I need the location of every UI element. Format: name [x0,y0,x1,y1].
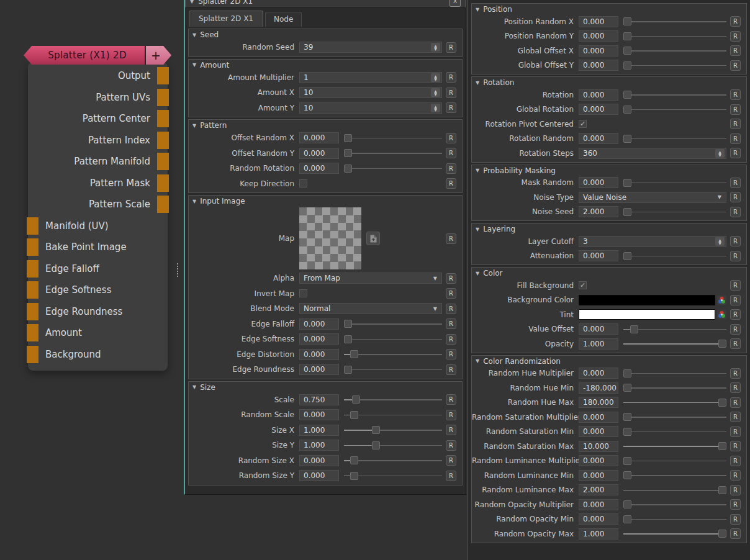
reset-button[interactable]: R [730,207,741,217]
slider[interactable] [623,457,726,465]
reset-button[interactable]: R [730,397,741,408]
reset-button[interactable]: R [446,88,456,98]
section-header[interactable]: ▼Rotation [472,77,746,88]
slider-thumb[interactable] [352,395,360,404]
slider-thumb[interactable] [718,442,726,450]
value-field[interactable]: 10.000 [579,441,618,452]
reset-button[interactable]: R [730,295,741,305]
slider-thumb[interactable] [623,413,631,421]
checkbox[interactable] [299,179,307,187]
slider-thumb[interactable] [623,384,631,392]
slider-thumb[interactable] [350,411,358,419]
section-header[interactable]: ▼Color Randomization [472,356,746,366]
reset-button[interactable]: R [446,394,456,405]
reset-button[interactable]: R [730,412,741,422]
value-field[interactable]: 1.000 [579,338,618,350]
node-header[interactable]: Splatter (X1) 2D + [24,46,171,65]
slider-thumb[interactable] [718,399,726,407]
slider-thumb[interactable] [623,135,631,143]
close-button[interactable]: X [450,0,461,7]
slider-thumb[interactable] [344,165,352,173]
reset-button[interactable]: R [730,89,741,100]
reset-button[interactable]: R [730,309,741,320]
checkbox[interactable]: ✓ [579,120,587,128]
reset-button[interactable]: R [730,456,741,466]
output-port-socket[interactable] [157,67,169,84]
slider-thumb[interactable] [623,17,631,25]
value-field[interactable]: 1.000 [299,440,339,451]
slider[interactable] [623,515,726,523]
reset-button[interactable]: R [730,236,741,246]
value-field[interactable]: 0.000 [299,333,339,345]
value-field[interactable]: 0.000 [579,499,618,510]
reset-button[interactable]: R [730,485,741,495]
value-field[interactable]: 0.000 [579,133,618,144]
slider[interactable] [344,134,442,142]
reset-button[interactable]: R [730,178,741,188]
slider-thumb[interactable] [718,486,726,494]
slider-thumb[interactable] [350,350,358,358]
reset-button[interactable]: R [730,119,741,129]
input-port-socket[interactable] [27,346,38,363]
value-field[interactable]: 0.000 [579,30,618,42]
section-header[interactable]: ▼Input Image [189,196,462,206]
reset-button[interactable]: R [730,427,741,437]
slider-thumb[interactable] [372,426,380,434]
value-field[interactable]: 0.000 [579,60,618,71]
reset-button[interactable]: R [730,514,741,525]
color-swatch[interactable] [579,309,715,320]
value-field[interactable]: 0.000 [579,513,618,525]
reset-button[interactable]: R [446,425,456,435]
reset-button[interactable]: R [730,441,741,451]
value-field[interactable]: 0.000 [299,132,339,143]
slider[interactable] [623,384,726,392]
slider[interactable] [344,320,442,328]
tab-splatter-2d-x1[interactable]: Splatter 2D X1 [189,11,263,27]
output-port-socket[interactable] [157,110,169,127]
value-field[interactable]: 0.000 [299,455,339,466]
panel-header-bar[interactable]: ▼ Splatter 2D X1 X [185,0,466,8]
value-field[interactable]: 0.000 [579,426,618,437]
value-field[interactable]: 0.000 [579,470,618,481]
reset-button[interactable]: R [446,471,456,481]
output-port-socket[interactable] [157,196,169,213]
slider[interactable] [623,252,726,260]
value-field[interactable]: 180.000 [579,397,618,408]
reset-button[interactable]: R [446,102,456,113]
input-port-socket[interactable] [27,281,38,299]
slider[interactable] [344,165,442,173]
reset-button[interactable]: R [446,455,456,466]
panel-header[interactable]: ▼ Splatter 2D X1 X [185,0,466,8]
reset-button[interactable]: R [730,251,741,261]
spinner-down-icon[interactable]: ▼ [718,242,721,245]
slider-thumb[interactable] [630,325,638,333]
load-image-button[interactable] [366,232,380,245]
slider-thumb[interactable] [718,530,726,538]
reset-button[interactable]: R [446,410,456,420]
slider[interactable] [623,208,726,216]
slider[interactable] [623,369,726,377]
slider[interactable] [344,456,442,464]
slider[interactable] [344,411,442,419]
slider-thumb[interactable] [623,252,631,260]
reset-button[interactable]: R [446,349,456,359]
value-field[interactable]: 0.000 [299,409,339,420]
slider-thumb[interactable] [350,456,358,464]
slider-thumb[interactable] [344,320,352,328]
output-port-socket[interactable] [157,132,169,149]
reset-button[interactable]: R [730,338,741,349]
slider[interactable] [344,472,442,480]
input-port-socket[interactable] [27,217,38,235]
slider[interactable] [623,486,726,494]
spinner-down-icon[interactable]: ▼ [434,93,437,96]
input-port-socket[interactable] [27,260,38,278]
reset-button[interactable]: R [446,148,456,158]
slider[interactable] [344,395,442,404]
value-field[interactable]: 0.000 [579,368,618,379]
reset-button[interactable]: R [730,104,741,115]
color-picker-button[interactable] [717,310,726,319]
slider-thumb[interactable] [344,149,352,157]
dropdown[interactable]: Value Noise▼ [579,192,726,203]
reset-button[interactable]: R [730,499,741,510]
value-field[interactable]: 0.000 [299,349,339,360]
